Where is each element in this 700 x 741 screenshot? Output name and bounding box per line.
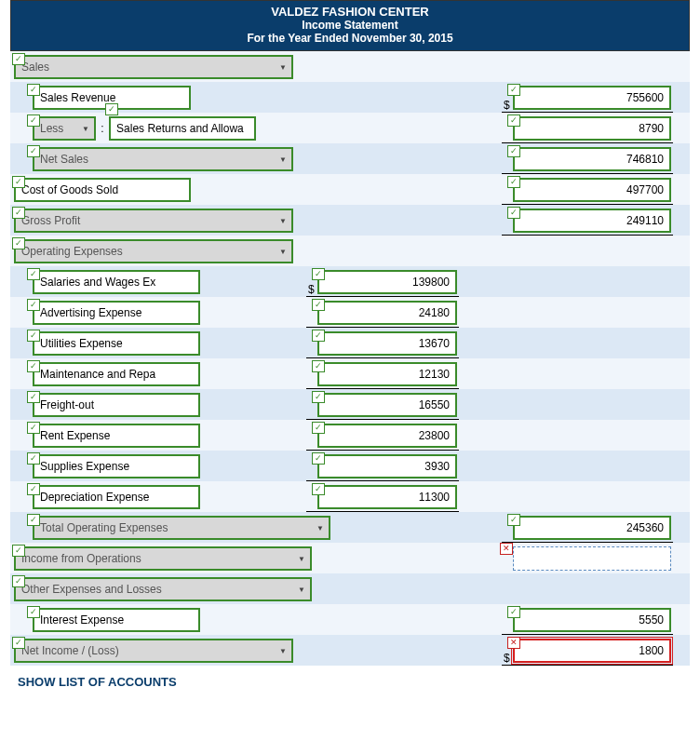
check-icon (27, 115, 40, 127)
depreciation-value[interactable] (317, 485, 457, 509)
check-icon (312, 299, 325, 311)
statement-header: VALDEZ FASHION CENTER Income Statement F… (10, 0, 690, 51)
freight-field[interactable] (33, 393, 200, 417)
check-icon (27, 422, 40, 434)
check-icon (12, 575, 25, 587)
income-ops-dropdown[interactable] (14, 546, 312, 571)
maintenance-field[interactable] (33, 362, 200, 386)
check-icon (27, 360, 40, 372)
sales-dropdown[interactable] (14, 55, 293, 79)
company-name: VALDEZ FASHION CENTER (11, 5, 689, 19)
sales-returns-value[interactable] (513, 116, 671, 141)
dollar-sign: $ (504, 99, 510, 112)
check-icon (27, 330, 40, 342)
supplies-field[interactable] (33, 454, 200, 478)
check-icon (507, 606, 520, 618)
cross-icon (500, 543, 513, 555)
check-icon (27, 268, 40, 280)
gross-profit-dropdown[interactable] (14, 209, 293, 233)
check-icon (507, 115, 520, 127)
net-sales-dropdown[interactable] (33, 147, 293, 171)
check-icon (507, 84, 520, 96)
utilities-field[interactable] (33, 331, 200, 356)
salaries-field[interactable] (33, 270, 200, 294)
check-icon (12, 53, 25, 65)
interest-value[interactable] (513, 608, 671, 632)
cogs-field[interactable] (14, 178, 191, 202)
statement-period: For the Year Ended November 30, 2015 (11, 32, 689, 45)
rent-field[interactable] (33, 424, 200, 448)
check-icon (312, 391, 325, 403)
rent-value[interactable] (317, 424, 457, 448)
check-icon (27, 452, 40, 465)
income-ops-value[interactable] (513, 546, 671, 571)
check-icon (312, 360, 325, 372)
check-icon (27, 145, 40, 157)
advertising-field[interactable] (33, 301, 200, 325)
check-icon (12, 637, 25, 649)
check-icon (507, 514, 520, 526)
dollar-sign: $ (504, 652, 510, 665)
sales-revenue-value[interactable] (513, 86, 671, 110)
check-icon (27, 84, 40, 96)
interest-field[interactable] (33, 608, 200, 632)
check-icon (27, 606, 40, 618)
statement-title: Income Statement (11, 19, 689, 32)
check-icon (312, 422, 325, 434)
check-icon (312, 330, 325, 342)
check-icon (12, 237, 25, 249)
depreciation-field[interactable] (33, 485, 200, 509)
cross-icon (507, 637, 520, 649)
gross-profit-value[interactable] (513, 209, 671, 233)
check-icon (312, 452, 325, 465)
check-icon (507, 207, 520, 219)
total-opex-value[interactable] (513, 516, 671, 540)
freight-value[interactable] (317, 393, 457, 417)
other-exp-dropdown[interactable] (14, 577, 312, 601)
supplies-value[interactable] (317, 454, 457, 478)
check-icon (27, 514, 40, 526)
check-icon (27, 299, 40, 311)
show-accounts-link[interactable]: SHOW LIST OF ACCOUNTS (10, 666, 184, 693)
check-icon (312, 483, 325, 495)
utilities-value[interactable] (317, 331, 457, 356)
check-icon (12, 545, 25, 557)
check-icon (507, 176, 520, 188)
net-sales-value[interactable] (513, 147, 671, 171)
check-icon (12, 176, 25, 188)
check-icon (312, 268, 325, 280)
less-dropdown[interactable] (33, 116, 96, 141)
sales-returns-field[interactable] (109, 116, 256, 141)
check-icon (507, 145, 520, 157)
check-icon (27, 391, 40, 403)
check-icon (105, 103, 118, 115)
dollar-sign: $ (308, 283, 315, 296)
opex-dropdown[interactable] (14, 239, 293, 263)
check-icon (27, 483, 40, 495)
net-income-dropdown[interactable] (14, 639, 293, 663)
check-icon (12, 207, 25, 219)
advertising-value[interactable] (317, 301, 457, 325)
salaries-value[interactable] (317, 270, 457, 294)
cogs-value[interactable] (513, 178, 671, 202)
net-income-value[interactable] (513, 639, 671, 663)
total-opex-dropdown[interactable] (33, 516, 330, 540)
maintenance-value[interactable] (317, 362, 457, 386)
